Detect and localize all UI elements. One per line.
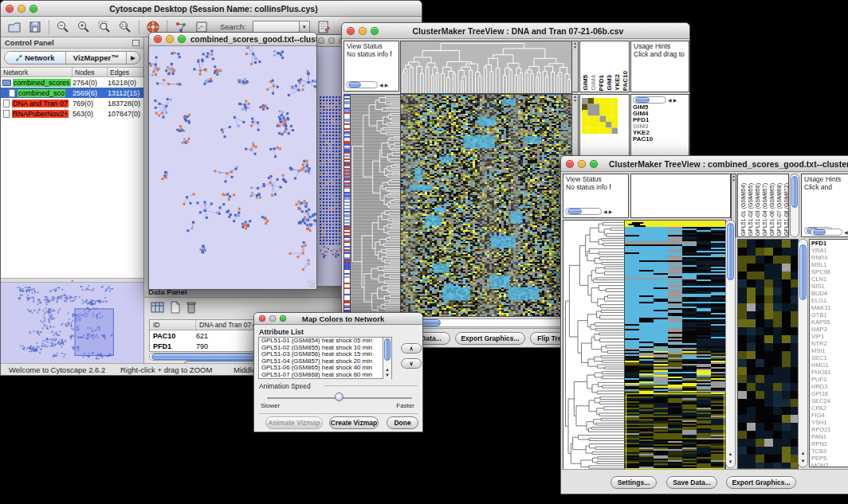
gene-label[interactable]: SEC24: [810, 397, 848, 404]
heatmap-vscrollbar[interactable]: ▲ ▼: [725, 220, 736, 468]
gene-label[interactable]: MSL1: [810, 261, 848, 268]
zoom-vscrollbar[interactable]: ▲ ▼: [798, 239, 808, 467]
gene-label[interactable]: MAK31: [810, 304, 848, 311]
network-table-row[interactable]: combined_scores2764(0)16218(0): [1, 77, 143, 88]
gene-label[interactable]: CPA2: [810, 404, 848, 412]
gene-label[interactable]: PHO81: [810, 369, 848, 376]
gene-label[interactable]: RPO21: [810, 426, 848, 433]
network-view-canvas-1[interactable]: [149, 46, 316, 289]
zoom-button[interactable]: [371, 27, 379, 35]
gene-label[interactable]: YSH1: [810, 419, 848, 426]
gene-label[interactable]: GTB1: [810, 311, 848, 318]
move-down-button[interactable]: ∨: [401, 358, 422, 369]
zoom-matrix[interactable]: [582, 98, 618, 135]
zoom-button[interactable]: [280, 315, 286, 322]
float-panel-icon[interactable]: [132, 40, 139, 46]
gene-label[interactable]: MSI1: [810, 347, 848, 354]
zoom-in-icon[interactable]: [77, 20, 91, 34]
gene-label[interactable]: HRD3: [810, 383, 848, 390]
gene-label[interactable]: PAN1: [810, 433, 848, 440]
dialog-titlebar[interactable]: Map Colors to Network: [254, 313, 422, 325]
gene-label[interactable]: GPI16: [810, 390, 848, 397]
tab-vizmapper[interactable]: VizMapper™: [66, 52, 128, 64]
scroll-right-arrow[interactable]: ▶: [609, 209, 613, 214]
status-hscrollbar[interactable]: [346, 81, 378, 88]
close-button[interactable]: [6, 5, 14, 13]
gene-label[interactable]: HAP3: [810, 326, 848, 333]
gene-label[interactable]: BUD4: [810, 290, 848, 297]
animation-speed-slider-thumb[interactable]: [335, 393, 344, 401]
save-session-icon[interactable]: [28, 20, 42, 34]
treeview2-titlebar[interactable]: ClusterMaker TreeView : combined_scores_…: [561, 156, 848, 172]
gene-label[interactable]: YRA1: [810, 247, 848, 254]
close-button[interactable]: [347, 27, 355, 35]
create-vizmap-button[interactable]: Create Vizmap: [329, 416, 379, 429]
gene-label[interactable]: NIS1: [810, 283, 848, 290]
done-button[interactable]: Done: [387, 416, 418, 429]
minimize-button[interactable]: [269, 315, 276, 322]
export-graphics--button[interactable]: Export Graphics...: [726, 476, 796, 489]
gene-label[interactable]: PFD1: [810, 240, 848, 247]
labels-vscrollbar[interactable]: [790, 174, 799, 237]
delete-attribute-icon[interactable]: [186, 301, 197, 314]
gene-label[interactable]: PUF3: [810, 376, 848, 383]
save-data--button[interactable]: Save Data...: [666, 476, 717, 489]
mini-scrollbar[interactable]: ▲▼: [571, 41, 579, 92]
main-titlebar[interactable]: Cytoscape Desktop (Session Name: collins…: [1, 1, 422, 17]
export-graphics--button[interactable]: Export Graphics...: [455, 332, 525, 345]
zoom-button[interactable]: [29, 5, 37, 13]
network-table-row[interactable]: RNAPuberNov2+563(0)107847(0): [1, 108, 143, 119]
gene-dendrogram[interactable]: [563, 220, 625, 470]
network-overview[interactable]: [1, 283, 143, 363]
search-dropdown-button[interactable]: ▼: [299, 21, 310, 33]
zoom-button[interactable]: [178, 35, 186, 43]
scroll-right-arrow[interactable]: ▶: [673, 97, 677, 103]
gene-label[interactable]: MON2: [810, 462, 848, 467]
minimize-button[interactable]: [578, 160, 586, 168]
minimize-button[interactable]: [166, 35, 174, 43]
heatmap-main[interactable]: [400, 94, 572, 317]
status-hscrollbar[interactable]: [565, 208, 602, 215]
scroll-left-arrow[interactable]: ◀: [603, 209, 607, 214]
gene-label[interactable]: HMG1: [810, 361, 848, 369]
gene-list-hscrollbar[interactable]: [811, 229, 842, 236]
scroll-left-arrow[interactable]: ◀: [844, 229, 848, 235]
close-button[interactable]: [318, 37, 324, 44]
open-session-icon[interactable]: [7, 20, 22, 34]
zoom-heatmap[interactable]: [737, 239, 799, 469]
settings--button[interactable]: Settings...: [610, 476, 657, 489]
gene-label[interactable]: RNR4: [810, 254, 848, 261]
gene-label[interactable]: TCB3: [810, 447, 848, 455]
move-up-button[interactable]: ∧: [401, 343, 422, 354]
gene-label[interactable]: PAC10: [631, 136, 689, 143]
gene-label[interactable]: PEP5: [810, 455, 848, 462]
gene-label[interactable]: RPN1: [810, 440, 848, 447]
scroll-left-arrow[interactable]: ◀: [668, 97, 672, 103]
tab-network[interactable]: Network: [5, 52, 66, 64]
column-dendrogram[interactable]: [400, 41, 572, 94]
network-table-row[interactable]: combined_sco2569(6)13112(15): [1, 88, 143, 98]
close-button[interactable]: [566, 160, 574, 168]
attribute-list-vscrollbar[interactable]: ▲ ▼: [383, 338, 391, 379]
scroll-right-arrow[interactable]: ▶: [385, 82, 389, 88]
attribute-select-icon[interactable]: [151, 301, 165, 314]
network-table-row[interactable]: DNA and Tran 07769(0)183728(0): [1, 98, 143, 108]
close-button[interactable]: [259, 315, 265, 322]
zoom-button[interactable]: [590, 160, 598, 168]
attribute-list-item[interactable]: GPL51-07 (GSM868) heat shock 60 min: [259, 372, 383, 379]
scroll-left-arrow[interactable]: ◀: [379, 82, 383, 88]
gene-label[interactable]: VIP1: [810, 333, 848, 340]
gene-label[interactable]: ELG1: [810, 297, 848, 304]
zoom-selected-icon[interactable]: [97, 20, 112, 34]
column-dendrogram-area[interactable]: [630, 174, 731, 218]
gene-label[interactable]: SEC1: [810, 354, 848, 361]
zoom-fit-icon[interactable]: 1:1: [118, 20, 132, 34]
gene-dendrogram[interactable]: [350, 94, 402, 317]
close-button[interactable]: [154, 35, 162, 43]
treeview1-titlebar[interactable]: ClusterMaker TreeView : DNA and Tran 07-…: [342, 23, 689, 39]
new-attribute-icon[interactable]: [170, 301, 181, 314]
gene-label[interactable]: CLN1: [810, 275, 848, 283]
network1-titlebar[interactable]: combined_scores_good.txt--cluste...: [149, 33, 316, 46]
minimize-button[interactable]: [359, 27, 367, 35]
gene-list-hscrollbar[interactable]: [633, 96, 666, 104]
